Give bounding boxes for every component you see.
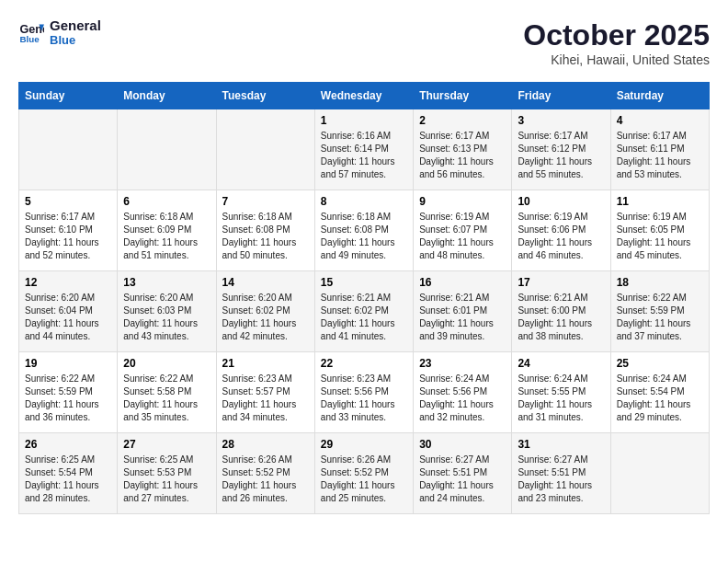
calendar-cell: 13 Sunrise: 6:20 AM Sunset: 6:03 PM Dayl…: [118, 271, 216, 352]
day-number: 19: [25, 357, 111, 370]
calendar-cell: 2 Sunrise: 6:17 AM Sunset: 6:13 PM Dayli…: [414, 109, 512, 190]
sunset-text: Sunset: 6:00 PM: [518, 305, 586, 316]
day-info: Sunrise: 6:19 AM Sunset: 6:06 PM Dayligh…: [518, 211, 604, 262]
day-number: 31: [518, 438, 604, 451]
calendar-cell: 30 Sunrise: 6:27 AM Sunset: 5:51 PM Dayl…: [414, 433, 512, 514]
sunset-text: Sunset: 5:53 PM: [123, 467, 191, 477]
daylight-text: Daylight: 11 hours and 53 minutes.: [617, 156, 691, 179]
sunrise-text: Sunrise: 6:17 AM: [25, 212, 95, 222]
calendar-cell: 19 Sunrise: 6:22 AM Sunset: 5:59 PM Dayl…: [19, 352, 118, 433]
calendar-cell: 4 Sunrise: 6:17 AM Sunset: 6:11 PM Dayli…: [610, 109, 709, 190]
sunrise-text: Sunrise: 6:26 AM: [321, 454, 391, 465]
daylight-text: Daylight: 11 hours and 35 minutes.: [123, 399, 198, 422]
calendar-week-row: 19 Sunrise: 6:22 AM Sunset: 5:59 PM Dayl…: [19, 352, 710, 433]
month-title: October 2025: [523, 18, 710, 52]
sunrise-text: Sunrise: 6:22 AM: [617, 293, 687, 303]
calendar-cell: [216, 109, 314, 190]
daylight-text: Daylight: 11 hours and 24 minutes.: [419, 480, 494, 503]
weekday-header-tuesday: Tuesday: [216, 83, 314, 109]
sunset-text: Sunset: 6:05 PM: [617, 224, 685, 235]
sunrise-text: Sunrise: 6:19 AM: [518, 212, 587, 222]
sunset-text: Sunset: 5:55 PM: [518, 386, 586, 396]
daylight-text: Daylight: 11 hours and 36 minutes.: [25, 399, 99, 422]
calendar-body: 1 Sunrise: 6:16 AM Sunset: 6:14 PM Dayli…: [19, 109, 710, 514]
sunrise-text: Sunrise: 6:18 AM: [123, 212, 193, 222]
calendar-cell: 12 Sunrise: 6:20 AM Sunset: 6:04 PM Dayl…: [19, 271, 118, 352]
day-number: 7: [222, 195, 309, 208]
day-info: Sunrise: 6:22 AM Sunset: 5:59 PM Dayligh…: [617, 292, 703, 343]
day-number: 30: [419, 438, 506, 451]
sunrise-text: Sunrise: 6:25 AM: [25, 454, 95, 465]
sunrise-text: Sunrise: 6:19 AM: [419, 212, 489, 222]
sunset-text: Sunset: 5:59 PM: [617, 305, 685, 316]
calendar-cell: 1 Sunrise: 6:16 AM Sunset: 6:14 PM Dayli…: [314, 109, 413, 190]
calendar-cell: 28 Sunrise: 6:26 AM Sunset: 5:52 PM Dayl…: [216, 433, 314, 514]
sunset-text: Sunset: 6:12 PM: [518, 144, 586, 154]
sunrise-text: Sunrise: 6:17 AM: [518, 131, 587, 141]
calendar-header: SundayMondayTuesdayWednesdayThursdayFrid…: [19, 83, 710, 109]
sunrise-text: Sunrise: 6:27 AM: [419, 454, 489, 465]
svg-text:Blue: Blue: [19, 35, 40, 45]
sunrise-text: Sunrise: 6:17 AM: [617, 131, 687, 141]
sunrise-text: Sunrise: 6:18 AM: [222, 212, 292, 222]
weekday-header-sunday: Sunday: [19, 83, 118, 109]
sunset-text: Sunset: 6:09 PM: [123, 224, 191, 235]
calendar-cell: 3 Sunrise: 6:17 AM Sunset: 6:12 PM Dayli…: [512, 109, 610, 190]
daylight-text: Daylight: 11 hours and 42 minutes.: [222, 318, 297, 341]
calendar-cell: 22 Sunrise: 6:23 AM Sunset: 5:56 PM Dayl…: [314, 352, 413, 433]
daylight-text: Daylight: 11 hours and 45 minutes.: [617, 237, 691, 260]
logo-blue: Blue: [50, 33, 75, 47]
day-info: Sunrise: 6:22 AM Sunset: 5:59 PM Dayligh…: [25, 373, 111, 424]
day-info: Sunrise: 6:23 AM Sunset: 5:57 PM Dayligh…: [222, 373, 309, 424]
day-info: Sunrise: 6:19 AM Sunset: 6:07 PM Dayligh…: [419, 211, 506, 262]
daylight-text: Daylight: 11 hours and 26 minutes.: [222, 480, 297, 503]
sunset-text: Sunset: 6:02 PM: [321, 305, 389, 316]
day-info: Sunrise: 6:20 AM Sunset: 6:03 PM Dayligh…: [123, 292, 210, 343]
calendar-cell: 15 Sunrise: 6:21 AM Sunset: 6:02 PM Dayl…: [314, 271, 413, 352]
sunset-text: Sunset: 5:51 PM: [518, 467, 586, 477]
calendar-cell: 10 Sunrise: 6:19 AM Sunset: 6:06 PM Dayl…: [512, 190, 610, 271]
day-number: 26: [25, 438, 111, 451]
day-number: 27: [123, 438, 210, 451]
weekday-header-monday: Monday: [118, 83, 216, 109]
calendar-cell: 25 Sunrise: 6:24 AM Sunset: 5:54 PM Dayl…: [610, 352, 709, 433]
day-info: Sunrise: 6:24 AM Sunset: 5:56 PM Dayligh…: [419, 373, 506, 424]
calendar-cell: [19, 109, 118, 190]
daylight-text: Daylight: 11 hours and 37 minutes.: [617, 318, 691, 341]
daylight-text: Daylight: 11 hours and 43 minutes.: [123, 318, 198, 341]
calendar-cell: 14 Sunrise: 6:20 AM Sunset: 6:02 PM Dayl…: [216, 271, 314, 352]
sunset-text: Sunset: 6:10 PM: [25, 224, 93, 235]
day-info: Sunrise: 6:17 AM Sunset: 6:10 PM Dayligh…: [25, 211, 111, 262]
sunrise-text: Sunrise: 6:20 AM: [123, 293, 193, 303]
sunrise-text: Sunrise: 6:23 AM: [222, 373, 292, 384]
day-info: Sunrise: 6:18 AM Sunset: 6:08 PM Dayligh…: [222, 211, 309, 262]
daylight-text: Daylight: 11 hours and 32 minutes.: [419, 399, 494, 422]
calendar-table: SundayMondayTuesdayWednesdayThursdayFrid…: [18, 82, 710, 514]
sunset-text: Sunset: 5:56 PM: [419, 386, 487, 396]
day-info: Sunrise: 6:20 AM Sunset: 6:04 PM Dayligh…: [25, 292, 111, 343]
sunset-text: Sunset: 6:04 PM: [25, 305, 93, 316]
daylight-text: Daylight: 11 hours and 31 minutes.: [518, 399, 592, 422]
daylight-text: Daylight: 11 hours and 34 minutes.: [222, 399, 297, 422]
day-info: Sunrise: 6:21 AM Sunset: 6:00 PM Dayligh…: [518, 292, 604, 343]
daylight-text: Daylight: 11 hours and 57 minutes.: [321, 156, 395, 179]
sunrise-text: Sunrise: 6:21 AM: [321, 293, 391, 303]
sunrise-text: Sunrise: 6:22 AM: [123, 373, 193, 384]
calendar-week-row: 12 Sunrise: 6:20 AM Sunset: 6:04 PM Dayl…: [19, 271, 710, 352]
daylight-text: Daylight: 11 hours and 49 minutes.: [321, 237, 395, 260]
daylight-text: Daylight: 11 hours and 23 minutes.: [518, 480, 592, 503]
sunrise-text: Sunrise: 6:20 AM: [25, 293, 95, 303]
sunset-text: Sunset: 6:08 PM: [321, 224, 389, 235]
logo-general: General: [50, 17, 101, 33]
calendar-cell: 7 Sunrise: 6:18 AM Sunset: 6:08 PM Dayli…: [216, 190, 314, 271]
page-header: General Blue General Blue October 2025 K…: [18, 18, 710, 67]
sunrise-text: Sunrise: 6:20 AM: [222, 293, 292, 303]
daylight-text: Daylight: 11 hours and 56 minutes.: [419, 156, 494, 179]
daylight-text: Daylight: 11 hours and 38 minutes.: [518, 318, 592, 341]
day-info: Sunrise: 6:20 AM Sunset: 6:02 PM Dayligh…: [222, 292, 309, 343]
calendar-week-row: 26 Sunrise: 6:25 AM Sunset: 5:54 PM Dayl…: [19, 433, 710, 514]
sunrise-text: Sunrise: 6:18 AM: [321, 212, 391, 222]
day-number: 11: [617, 195, 703, 208]
calendar-cell: 26 Sunrise: 6:25 AM Sunset: 5:54 PM Dayl…: [19, 433, 118, 514]
sunset-text: Sunset: 5:56 PM: [321, 386, 389, 396]
